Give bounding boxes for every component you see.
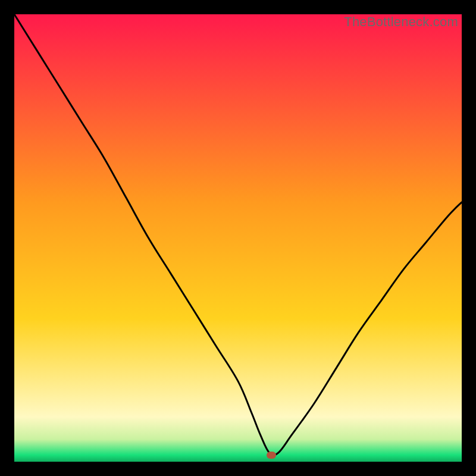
chart-frame: TheBottleneck.com [14,14,462,462]
watermark: TheBottleneck.com [344,14,458,30]
optimum-marker [267,452,276,459]
gradient-bg [14,14,462,462]
chart-plot [14,14,462,462]
